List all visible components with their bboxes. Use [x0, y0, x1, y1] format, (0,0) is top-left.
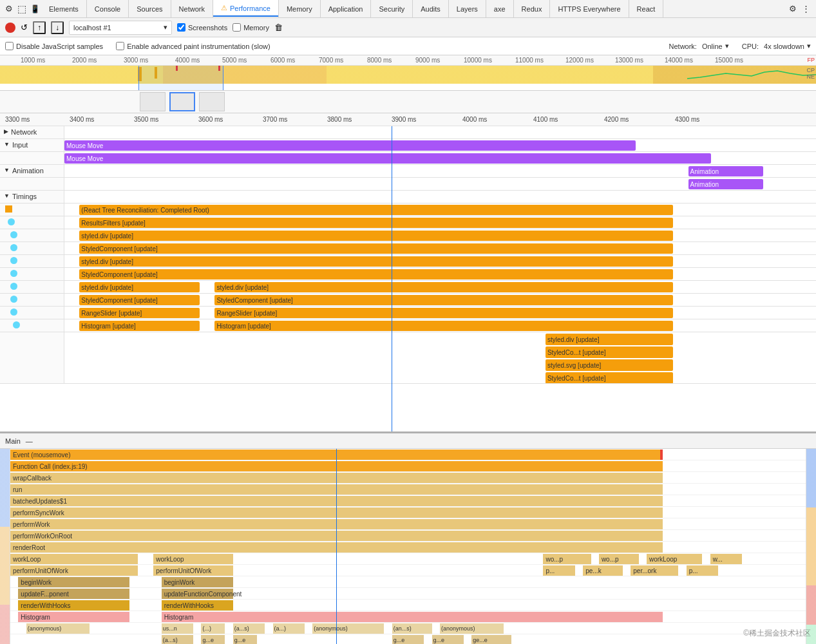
track-timings-label[interactable]: ▼ Timings — [0, 191, 64, 203]
flame-function-call[interactable]: Function Call (index.js:19) — [10, 460, 806, 472]
anon-bar-3[interactable]: (...) — [201, 623, 225, 634]
tab-axe[interactable]: axe — [486, 0, 514, 18]
device-icon[interactable]: 📱 — [28, 3, 41, 15]
flame-performroot[interactable]: performWorkOnRoot — [10, 530, 806, 542]
reload-button[interactable]: ↺ — [21, 23, 28, 32]
styled-div-3-bar-left[interactable]: styled.div [update] — [79, 282, 200, 292]
updatef-bar-1[interactable]: updateF...ponent — [18, 589, 129, 599]
anon-bar-6[interactable]: (anonymous) — [312, 623, 384, 634]
perf-unit-bar-3[interactable]: p... — [543, 565, 574, 576]
memory-checkbox-label[interactable]: Memory — [232, 23, 269, 32]
sub-anon-2[interactable]: g...e — [201, 635, 225, 644]
perform-work-on-root-bar[interactable]: performWorkOnRoot — [10, 531, 663, 541]
record-button[interactable] — [5, 23, 15, 33]
perform-work-bar[interactable]: performWork — [10, 519, 663, 529]
timeline-overview[interactable]: 1000 ms 2000 ms 3000 ms 4000 ms 5000 ms … — [0, 55, 816, 113]
network-select[interactable]: Network: Online ▾ — [669, 42, 729, 50]
range-slider-bar-left[interactable]: RangeSlider [update] — [79, 308, 200, 318]
flame-renderwh[interactable]: renderWithHooks renderWithHooks — [10, 600, 806, 611]
upload-button[interactable]: ↑ — [33, 21, 46, 34]
sub-anon-1[interactable]: (a...s) — [162, 635, 193, 644]
sub-anon-3[interactable]: g...e — [233, 635, 257, 644]
input-expand-arrow[interactable]: ▼ — [4, 141, 10, 147]
flame-beginwork[interactable]: beginWork beginWork — [10, 576, 806, 588]
bottom-content[interactable]: Event (mousemove) Function Call (index.j… — [0, 449, 816, 644]
settings-icon[interactable]: ⚙ — [786, 3, 799, 15]
tab-sources[interactable]: Sources — [129, 0, 171, 18]
screenshots-checkbox[interactable] — [177, 23, 185, 32]
track-animation-label[interactable]: ▼ Animation — [0, 165, 64, 177]
wrap-callback-bar[interactable]: wrapCallback — [10, 473, 663, 483]
begin-work-bar-1[interactable]: beginWork — [18, 577, 129, 587]
styled-comp-3-bar-right[interactable]: StyledComponent [update] — [214, 295, 673, 305]
timing-content-8[interactable]: RangeSlider [update] RangeSlider [update… — [64, 307, 816, 319]
disable-js-label[interactable]: Disable JavaScript samples — [5, 42, 103, 50]
anon-bar-4[interactable]: (a...s) — [233, 623, 265, 634]
styled-component-2-bar[interactable]: StyledComponent [update] — [79, 269, 673, 279]
perform-sync-bar[interactable]: performSyncWork — [10, 507, 663, 518]
disable-js-checkbox[interactable] — [5, 42, 14, 50]
more-icon[interactable]: ⋮ — [799, 3, 812, 15]
flame-sub-anon[interactable]: (a...s) g...e g...e g...e g...e ge...e — [10, 634, 806, 644]
tab-layers[interactable]: Layers — [449, 0, 486, 18]
styled-div-1-bar[interactable]: styled.div [update] — [79, 231, 673, 241]
track-input-content[interactable]: Mouse Move — [64, 139, 816, 152]
workloop-bar-5[interactable]: workLoop — [647, 554, 702, 564]
flame-area[interactable]: ▶ Network ▼ Input Mouse Move Mouse — [0, 126, 816, 431]
histogram-bottom-bar-1[interactable]: Histogram — [18, 612, 129, 622]
tab-https[interactable]: HTTPS Everywhere — [550, 0, 629, 18]
styled-cot-right-2[interactable]: StyledCo...t [update] — [546, 372, 673, 383]
timing-content-5[interactable]: StyledComponent [update] — [64, 268, 816, 281]
histogram-bottom-bar-2[interactable]: Histogram — [162, 612, 663, 622]
workloop-bar-4[interactable]: wo...p — [599, 554, 639, 564]
event-mousemove-bar[interactable]: Event (mousemove) — [10, 450, 663, 460]
tab-security[interactable]: Security — [371, 0, 413, 18]
flame-batched[interactable]: batchedUpdates$1 — [10, 495, 806, 507]
histogram-bar-left[interactable]: Histogram [update] — [79, 321, 200, 331]
styled-component-1-bar[interactable]: StyledComponent [update] — [79, 243, 673, 254]
anon-bar-1[interactable]: (anonymous) — [26, 623, 90, 634]
styled-div-right-1[interactable]: styled.div [update] — [546, 334, 673, 345]
batched-updates-bar[interactable]: batchedUpdates$1 — [10, 496, 663, 506]
function-call-bar[interactable]: Function Call (index.js:19) — [10, 461, 663, 471]
paint-checkbox[interactable] — [116, 42, 124, 50]
cpu-select[interactable]: CPU: 4x slowdown ▾ — [742, 42, 811, 50]
flame-workloop[interactable]: workLoop workLoop wo...p wo...p workLoop… — [10, 553, 806, 565]
tab-react[interactable]: React — [629, 0, 664, 18]
timing-content-3[interactable]: StyledComponent [update] — [64, 242, 816, 255]
perf-unit-bar-6[interactable]: p... — [687, 565, 718, 576]
screenshots-checkbox-label[interactable]: Screenshots — [177, 23, 227, 32]
tab-performance[interactable]: ⚠ Performance — [213, 0, 279, 18]
workloop-bar-2[interactable]: workLoop — [153, 554, 233, 564]
anon-bar-8[interactable]: (anonymous) — [440, 623, 504, 634]
tab-console[interactable]: Console — [87, 0, 129, 18]
track-animation-content[interactable]: Animation — [64, 165, 816, 178]
trash-button[interactable]: 🗑 — [274, 23, 283, 32]
timeline-flamechart[interactable]: CP NE — [0, 66, 816, 113]
tab-redux[interactable]: Redux — [514, 0, 551, 18]
workloop-bar-6[interactable]: w... — [710, 554, 742, 564]
animation-bar-2[interactable]: Animation — [688, 179, 764, 189]
flame-histogram[interactable]: Histogram Histogram — [10, 611, 806, 623]
flame-run[interactable]: run — [10, 484, 806, 495]
timing-content-7[interactable]: StyledComponent [update] StyledComponent… — [64, 294, 816, 307]
animation-bar-1[interactable]: Animation — [688, 166, 764, 176]
timing-content-9[interactable]: Histogram [update] Histogram [update] — [64, 319, 816, 332]
timings-expand-arrow[interactable]: ▼ — [4, 193, 10, 199]
mouse-move-bar-1[interactable]: Mouse Move — [64, 140, 636, 151]
anon-bar-5[interactable]: (a...) — [273, 623, 305, 634]
anon-bar-7[interactable]: (an...s) — [392, 623, 432, 634]
flame-perform[interactable]: performWork — [10, 518, 806, 530]
track-animation-2-content[interactable]: Animation — [64, 178, 816, 191]
memory-checkbox[interactable] — [232, 23, 241, 32]
download-button[interactable]: ↓ — [51, 21, 64, 34]
react-tree-bar[interactable]: (React Tree Reconciliation: Completed Ro… — [79, 205, 673, 215]
network-expand-arrow[interactable]: ▶ — [4, 128, 8, 135]
renderwh-bar-1[interactable]: renderWithHooks — [18, 600, 129, 611]
sub-anon-6[interactable]: ge...e — [471, 635, 511, 644]
sub-anon-5[interactable]: g...e — [432, 635, 464, 644]
flame-wrap[interactable]: wrapCallback — [10, 472, 806, 484]
sub-anon-4[interactable]: g...e — [392, 635, 424, 644]
timing-content-2[interactable]: styled.div [update] — [64, 229, 816, 242]
paint-label[interactable]: Enable advanced paint instrumentation (s… — [116, 42, 270, 50]
